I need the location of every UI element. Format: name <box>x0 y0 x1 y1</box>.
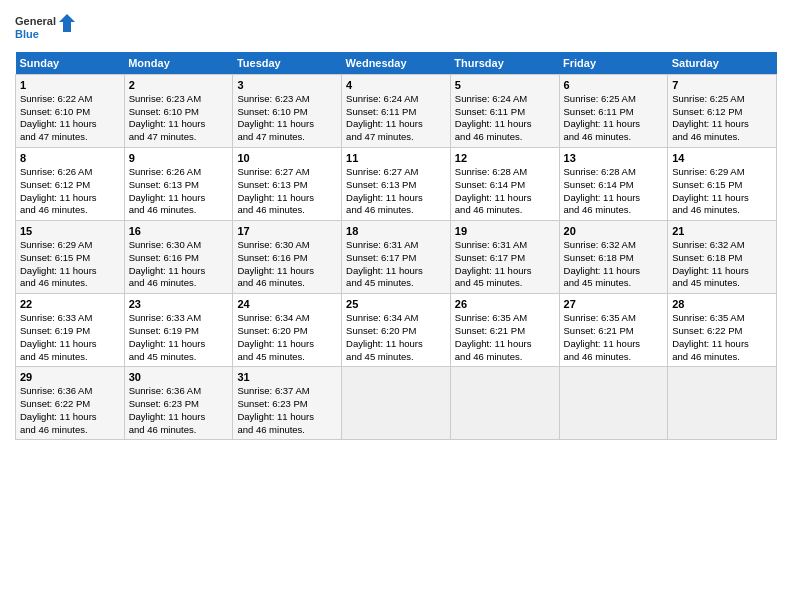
sunset: Sunset: 6:14 PM <box>564 179 634 190</box>
day-number: 12 <box>455 151 555 166</box>
day-cell: 28Sunrise: 6:35 AMSunset: 6:22 PMDayligh… <box>668 294 777 367</box>
daylight-label: Daylight: 11 hours <box>129 192 206 203</box>
day-cell: 8Sunrise: 6:26 AMSunset: 6:12 PMDaylight… <box>16 148 125 221</box>
day-number: 13 <box>564 151 664 166</box>
sunrise: Sunrise: 6:37 AM <box>237 385 309 396</box>
day-number: 26 <box>455 297 555 312</box>
daylight-label: Daylight: 11 hours <box>237 192 314 203</box>
sunrise: Sunrise: 6:24 AM <box>346 93 418 104</box>
day-cell: 29Sunrise: 6:36 AMSunset: 6:22 PMDayligh… <box>16 367 125 440</box>
daylight-label: Daylight: 11 hours <box>129 265 206 276</box>
day-cell: 21Sunrise: 6:32 AMSunset: 6:18 PMDayligh… <box>668 221 777 294</box>
daylight-mins: and 46 minutes. <box>129 204 197 215</box>
sunrise: Sunrise: 6:28 AM <box>455 166 527 177</box>
day-number: 29 <box>20 370 120 385</box>
day-number: 23 <box>129 297 229 312</box>
sunrise: Sunrise: 6:33 AM <box>20 312 92 323</box>
sunset: Sunset: 6:12 PM <box>20 179 90 190</box>
daylight-mins: and 46 minutes. <box>455 351 523 362</box>
daylight-label: Daylight: 11 hours <box>455 118 532 129</box>
daylight-mins: and 46 minutes. <box>564 131 632 142</box>
day-cell <box>559 367 668 440</box>
col-header-monday: Monday <box>124 52 233 75</box>
col-header-sunday: Sunday <box>16 52 125 75</box>
daylight-mins: and 46 minutes. <box>237 204 305 215</box>
col-header-wednesday: Wednesday <box>342 52 451 75</box>
day-cell: 25Sunrise: 6:34 AMSunset: 6:20 PMDayligh… <box>342 294 451 367</box>
day-number: 30 <box>129 370 229 385</box>
daylight-mins: and 45 minutes. <box>237 351 305 362</box>
sunset: Sunset: 6:18 PM <box>672 252 742 263</box>
col-header-saturday: Saturday <box>668 52 777 75</box>
daylight-label: Daylight: 11 hours <box>237 338 314 349</box>
daylight-mins: and 46 minutes. <box>564 351 632 362</box>
svg-marker-2 <box>59 14 75 32</box>
day-number: 17 <box>237 224 337 239</box>
sunset: Sunset: 6:15 PM <box>672 179 742 190</box>
day-number: 5 <box>455 78 555 93</box>
daylight-mins: and 47 minutes. <box>20 131 88 142</box>
sunrise: Sunrise: 6:36 AM <box>129 385 201 396</box>
day-cell: 22Sunrise: 6:33 AMSunset: 6:19 PMDayligh… <box>16 294 125 367</box>
sunrise: Sunrise: 6:27 AM <box>237 166 309 177</box>
day-cell: 20Sunrise: 6:32 AMSunset: 6:18 PMDayligh… <box>559 221 668 294</box>
day-cell: 31Sunrise: 6:37 AMSunset: 6:23 PMDayligh… <box>233 367 342 440</box>
daylight-mins: and 46 minutes. <box>237 277 305 288</box>
sunset: Sunset: 6:10 PM <box>129 106 199 117</box>
daylight-mins: and 46 minutes. <box>237 424 305 435</box>
day-cell: 30Sunrise: 6:36 AMSunset: 6:23 PMDayligh… <box>124 367 233 440</box>
daylight-label: Daylight: 11 hours <box>346 118 423 129</box>
daylight-mins: and 47 minutes. <box>346 131 414 142</box>
daylight-mins: and 46 minutes. <box>672 204 740 215</box>
sunset: Sunset: 6:13 PM <box>237 179 307 190</box>
day-cell: 10Sunrise: 6:27 AMSunset: 6:13 PMDayligh… <box>233 148 342 221</box>
sunrise: Sunrise: 6:22 AM <box>20 93 92 104</box>
general-blue-logo: General Blue <box>15 10 75 46</box>
day-cell: 27Sunrise: 6:35 AMSunset: 6:21 PMDayligh… <box>559 294 668 367</box>
day-cell: 26Sunrise: 6:35 AMSunset: 6:21 PMDayligh… <box>450 294 559 367</box>
sunset: Sunset: 6:19 PM <box>129 325 199 336</box>
daylight-label: Daylight: 11 hours <box>129 338 206 349</box>
day-cell <box>450 367 559 440</box>
day-number: 15 <box>20 224 120 239</box>
sunset: Sunset: 6:22 PM <box>20 398 90 409</box>
sunset: Sunset: 6:16 PM <box>237 252 307 263</box>
sunrise: Sunrise: 6:32 AM <box>672 239 744 250</box>
sunset: Sunset: 6:11 PM <box>455 106 525 117</box>
daylight-label: Daylight: 11 hours <box>564 265 641 276</box>
logo: General Blue <box>15 10 75 46</box>
header-row: SundayMondayTuesdayWednesdayThursdayFrid… <box>16 52 777 75</box>
day-number: 9 <box>129 151 229 166</box>
sunset: Sunset: 6:10 PM <box>237 106 307 117</box>
daylight-label: Daylight: 11 hours <box>129 118 206 129</box>
daylight-mins: and 47 minutes. <box>129 131 197 142</box>
daylight-mins: and 46 minutes. <box>455 131 523 142</box>
daylight-label: Daylight: 11 hours <box>564 338 641 349</box>
daylight-label: Daylight: 11 hours <box>564 118 641 129</box>
daylight-mins: and 46 minutes. <box>564 204 632 215</box>
day-cell: 1Sunrise: 6:22 AMSunset: 6:10 PMDaylight… <box>16 75 125 148</box>
daylight-label: Daylight: 11 hours <box>672 338 749 349</box>
day-cell: 23Sunrise: 6:33 AMSunset: 6:19 PMDayligh… <box>124 294 233 367</box>
day-number: 28 <box>672 297 772 312</box>
day-number: 2 <box>129 78 229 93</box>
sunset: Sunset: 6:11 PM <box>564 106 634 117</box>
sunset: Sunset: 6:20 PM <box>346 325 416 336</box>
day-number: 22 <box>20 297 120 312</box>
sunset: Sunset: 6:17 PM <box>346 252 416 263</box>
daylight-mins: and 46 minutes. <box>20 204 88 215</box>
sunset: Sunset: 6:12 PM <box>672 106 742 117</box>
sunrise: Sunrise: 6:31 AM <box>346 239 418 250</box>
day-cell: 16Sunrise: 6:30 AMSunset: 6:16 PMDayligh… <box>124 221 233 294</box>
day-cell: 14Sunrise: 6:29 AMSunset: 6:15 PMDayligh… <box>668 148 777 221</box>
sunset: Sunset: 6:11 PM <box>346 106 416 117</box>
day-number: 25 <box>346 297 446 312</box>
daylight-label: Daylight: 11 hours <box>20 338 97 349</box>
day-number: 11 <box>346 151 446 166</box>
day-number: 20 <box>564 224 664 239</box>
day-cell: 3Sunrise: 6:23 AMSunset: 6:10 PMDaylight… <box>233 75 342 148</box>
day-cell <box>668 367 777 440</box>
sunrise: Sunrise: 6:23 AM <box>129 93 201 104</box>
sunrise: Sunrise: 6:25 AM <box>564 93 636 104</box>
sunset: Sunset: 6:13 PM <box>346 179 416 190</box>
